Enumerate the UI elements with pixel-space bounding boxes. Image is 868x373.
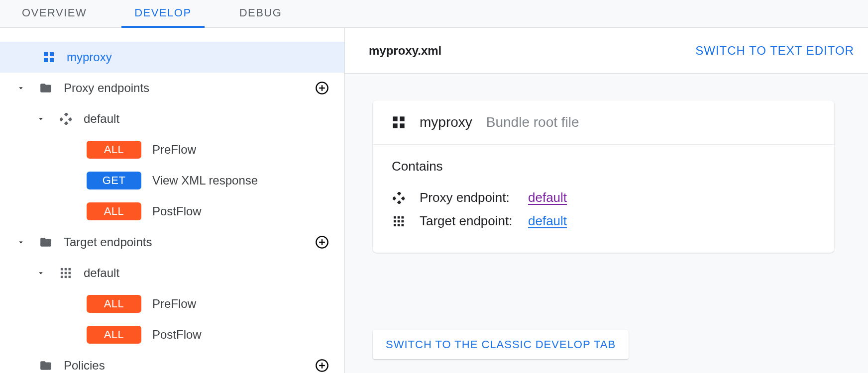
file-name: myproxy.xml [369, 44, 441, 58]
detail-panel: myproxy.xml SWITCH TO TEXT EDITOR myprox… [345, 28, 868, 373]
flow-label: PreFlow [152, 297, 196, 311]
svg-rect-20 [61, 276, 63, 279]
diamond4-icon [392, 192, 406, 204]
grid4-icon [392, 115, 406, 129]
sidebar-flow-item[interactable]: ALL PostFlow [0, 319, 344, 350]
sidebar-item-target-endpoints[interactable]: Target endpoints [0, 227, 344, 258]
sidebar-flow-item[interactable]: ALL PreFlow [0, 288, 344, 319]
add-target-endpoint-button[interactable] [315, 235, 329, 250]
tab-debug[interactable]: DEBUG [237, 0, 284, 27]
svg-rect-34 [394, 216, 396, 218]
svg-rect-2 [44, 58, 48, 62]
svg-rect-37 [394, 220, 396, 222]
card-title: myproxy [420, 114, 472, 130]
method-pill: GET [87, 172, 141, 189]
flow-label: PostFlow [152, 328, 202, 342]
sidebar-item-proxy-default[interactable]: default [0, 103, 344, 134]
chevron-down-icon [35, 269, 47, 278]
sidebar-policies-label: Policies [64, 359, 105, 373]
svg-rect-40 [394, 224, 396, 226]
method-pill: ALL [87, 295, 141, 313]
proxy-endpoint-link[interactable]: default [528, 190, 567, 205]
svg-rect-32 [401, 196, 405, 200]
svg-rect-39 [402, 220, 404, 222]
folder-icon [38, 236, 54, 249]
svg-rect-31 [393, 196, 396, 200]
method-pill: ALL [87, 326, 141, 344]
method-pill: ALL [87, 202, 141, 220]
diamond4-icon [58, 113, 74, 125]
method-pill: ALL [87, 141, 141, 159]
contains-row-proxy-endpoint: Proxy endpoint: default [392, 186, 815, 209]
svg-rect-1 [50, 52, 54, 56]
flow-label: View XML response [152, 174, 258, 187]
svg-rect-7 [64, 113, 68, 116]
bundle-root-card: myproxy Bundle root file Contains Proxy … [373, 100, 834, 253]
svg-rect-22 [69, 276, 71, 279]
sidebar-flow-item[interactable]: GET View XML response [0, 165, 344, 196]
target-endpoint-key: Target endpoint: [420, 213, 528, 229]
sidebar: myproxy Proxy endpoints default [0, 28, 345, 373]
svg-rect-0 [44, 52, 48, 56]
flow-label: PostFlow [152, 204, 202, 218]
grid9-icon [392, 216, 406, 227]
svg-rect-27 [400, 116, 404, 121]
svg-rect-29 [400, 123, 404, 128]
sidebar-item-target-default[interactable]: default [0, 258, 344, 288]
sidebar-item-proxy-root[interactable]: myproxy [0, 42, 344, 73]
card-subtitle: Bundle root file [486, 114, 579, 130]
svg-rect-17 [61, 272, 63, 275]
add-policy-button[interactable] [315, 358, 329, 373]
detail-header: myproxy.xml SWITCH TO TEXT EDITOR [345, 28, 868, 74]
proxy-endpoint-key: Proxy endpoint: [420, 190, 528, 205]
svg-rect-8 [60, 117, 63, 121]
svg-rect-18 [65, 272, 67, 275]
svg-rect-16 [69, 268, 71, 271]
switch-to-text-editor-button[interactable]: SWITCH TO TEXT EDITOR [695, 44, 854, 58]
sidebar-proxy-default-label: default [84, 112, 119, 126]
chevron-down-icon [15, 238, 27, 247]
contains-row-target-endpoint: Target endpoint: default [392, 209, 815, 233]
svg-rect-33 [397, 200, 401, 203]
add-proxy-endpoint-button[interactable] [315, 81, 329, 95]
grid4-icon [41, 51, 57, 63]
sidebar-target-default-label: default [84, 266, 119, 280]
contains-heading: Contains [392, 159, 815, 174]
svg-rect-36 [402, 216, 404, 218]
tab-develop[interactable]: DEVELOP [132, 0, 193, 27]
folder-icon [38, 82, 54, 94]
svg-rect-9 [68, 117, 72, 121]
svg-rect-38 [398, 220, 400, 222]
svg-rect-30 [397, 192, 401, 195]
svg-rect-35 [398, 216, 400, 218]
svg-rect-15 [65, 268, 67, 271]
sidebar-proxy-endpoints-label: Proxy endpoints [64, 81, 149, 95]
target-endpoint-link[interactable]: default [528, 213, 567, 229]
chevron-down-icon [15, 84, 27, 93]
svg-rect-26 [393, 116, 397, 121]
sidebar-proxy-name: myproxy [67, 50, 112, 64]
main-tabbar: OVERVIEW DEVELOP DEBUG [0, 0, 868, 28]
switch-to-classic-button[interactable]: SWITCH TO THE CLASSIC DEVELOP TAB [373, 330, 629, 359]
svg-rect-10 [64, 121, 68, 125]
grid9-icon [58, 268, 74, 279]
svg-rect-14 [61, 268, 63, 271]
svg-rect-19 [69, 272, 71, 275]
flow-label: PreFlow [152, 143, 196, 157]
svg-rect-28 [393, 123, 397, 128]
chevron-down-icon [35, 114, 47, 123]
sidebar-item-policies[interactable]: Policies [0, 350, 344, 373]
tab-overview[interactable]: OVERVIEW [20, 0, 89, 27]
sidebar-item-proxy-endpoints[interactable]: Proxy endpoints [0, 73, 344, 103]
sidebar-flow-item[interactable]: ALL PreFlow [0, 134, 344, 165]
svg-rect-41 [398, 224, 400, 226]
folder-icon [38, 359, 54, 372]
svg-rect-42 [402, 224, 404, 226]
svg-rect-21 [65, 276, 67, 279]
sidebar-flow-item[interactable]: ALL PostFlow [0, 196, 344, 227]
svg-rect-3 [50, 58, 54, 62]
sidebar-target-endpoints-label: Target endpoints [64, 235, 152, 249]
